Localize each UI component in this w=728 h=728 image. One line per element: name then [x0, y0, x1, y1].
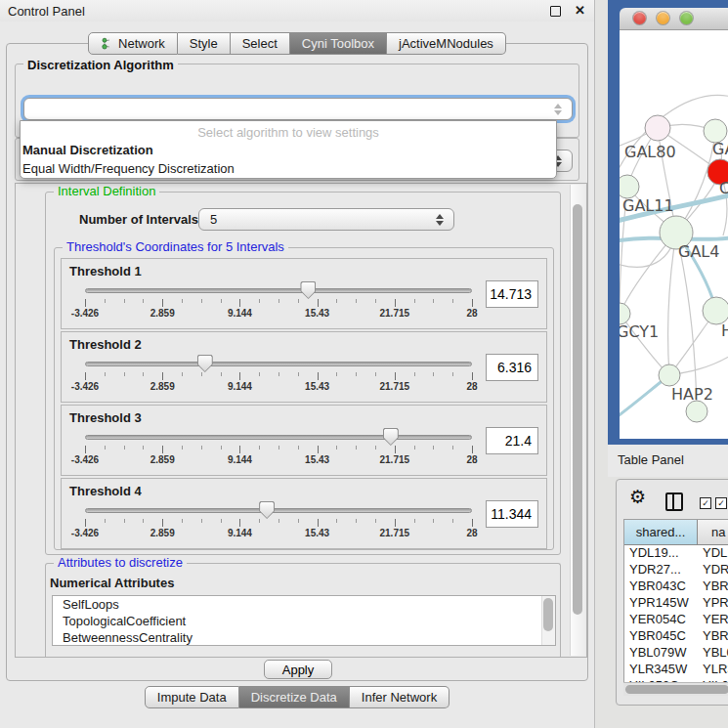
table-row[interactable]: YPR145WYPR1: [624, 595, 728, 612]
table-cell[interactable]: YLR3: [698, 662, 728, 678]
network-graph[interactable]: GAL80GACGAL11GAL4GCY1HHAP2: [620, 30, 728, 439]
slider-handle[interactable]: [259, 501, 275, 519]
algorithm-hint-item[interactable]: Select algorithm to view settings: [21, 121, 556, 142]
table-row[interactable]: YDL19...YDL1: [624, 545, 728, 562]
close-traffic-light-icon[interactable]: [633, 12, 646, 24]
apply-button[interactable]: Apply: [264, 660, 332, 679]
threshold-4-value-field[interactable]: [486, 500, 538, 528]
table-cell[interactable]: YDL1: [698, 545, 728, 562]
checkbox-icon[interactable]: ✓: [715, 497, 727, 509]
table-cell[interactable]: YBR045C: [624, 628, 698, 645]
table-cell[interactable]: YBL0: [698, 645, 728, 662]
close-icon[interactable]: ✕: [575, 3, 585, 18]
network-node[interactable]: [620, 175, 639, 198]
threshold-3-value-field[interactable]: [486, 427, 538, 454]
checkbox-icon[interactable]: ✓: [700, 497, 711, 509]
attribute-list-item[interactable]: TopologicalCoefficient: [53, 613, 555, 629]
network-node[interactable]: [659, 364, 680, 386]
tab-jactivemnodules[interactable]: jActiveMNodules: [387, 32, 506, 55]
slider-track[interactable]: [85, 508, 472, 513]
threshold-4-panel: Threshold 4 -3.4262.8599.14415.4321.7152…: [61, 478, 547, 549]
slider-handle[interactable]: [383, 428, 399, 446]
columns-icon[interactable]: [665, 492, 683, 511]
algorithm-option-manual[interactable]: Manual Discretization: [21, 142, 556, 160]
network-node[interactable]: [703, 297, 728, 324]
slider-track[interactable]: [85, 435, 472, 440]
table-row[interactable]: YER054CYER0: [624, 612, 728, 628]
table-cell[interactable]: YDR27...: [624, 562, 698, 578]
tab-infer-network[interactable]: Infer Network: [350, 686, 450, 708]
tick-mark: [182, 372, 183, 376]
network-node[interactable]: [686, 401, 707, 422]
table-cell[interactable]: YPR1: [698, 595, 728, 612]
table-cell[interactable]: YDL19...: [624, 545, 698, 562]
network-canvas[interactable]: GAL80GACGAL11GAL4GCY1HHAP2: [620, 30, 728, 439]
attribute-list-item[interactable]: SelfLoops: [53, 596, 555, 613]
table-panel-title: Table Panel: [618, 452, 684, 467]
tick-mark: [221, 372, 222, 376]
tab-discretize-data[interactable]: Discretize Data: [239, 686, 350, 708]
numerical-attributes-list[interactable]: SelfLoopsTopologicalCoefficientBetweenne…: [52, 595, 556, 646]
table-cell[interactable]: YER054C: [624, 612, 698, 628]
tab-cyni-toolbox-label: Cyni Toolbox: [302, 36, 374, 51]
tick-mark: [239, 299, 240, 307]
float-window-icon[interactable]: [550, 6, 561, 17]
tick-label: 15.43: [305, 454, 329, 465]
slider-handle[interactable]: [197, 355, 213, 372]
settings-scrollbar[interactable]: [570, 185, 585, 656]
threshold-2-slider[interactable]: -3.4262.8599.14415.4321.71528: [85, 354, 472, 399]
tick-mark: [433, 519, 434, 523]
slider-track[interactable]: [85, 362, 472, 366]
table-cell[interactable]: YBR0: [698, 578, 728, 595]
table-cell[interactable]: YLR345W: [624, 662, 698, 678]
control-panel-window: Control Panel ✕ Network Style Select Cyn…: [0, 0, 595, 728]
table-horizontal-scrollbar[interactable]: [623, 682, 728, 696]
attribute-list-item[interactable]: BetweennessCentrality: [53, 629, 555, 646]
table-row[interactable]: YDR27...YDR2: [624, 562, 728, 578]
tab-network[interactable]: Network: [88, 32, 178, 55]
slider-handle[interactable]: [300, 281, 316, 299]
num-intervals-combobox[interactable]: 5: [198, 208, 454, 231]
table-row[interactable]: YBL079WYBL0: [624, 645, 728, 662]
tab-cyni-toolbox[interactable]: Cyni Toolbox: [290, 32, 387, 55]
network-node[interactable]: [620, 303, 630, 324]
interval-definition-group: Interval Definition Number of Intervals …: [45, 192, 561, 555]
tab-style[interactable]: Style: [178, 32, 231, 55]
table-row[interactable]: YLR345WYLR3: [624, 662, 728, 678]
threshold-1-slider[interactable]: -3.4262.8599.14415.4321.71528: [85, 280, 472, 325]
column-header-name[interactable]: na: [698, 520, 728, 545]
network-edge[interactable]: [668, 233, 676, 375]
algorithm-combobox[interactable]: [23, 98, 573, 120]
list-scrollbar[interactable]: [541, 596, 555, 645]
tab-impute-data[interactable]: Impute Data: [145, 686, 239, 708]
slider-track[interactable]: [85, 288, 472, 293]
threshold-3-slider[interactable]: -3.4262.8599.14415.4321.71528: [85, 427, 472, 472]
threshold-1-value-field[interactable]: [486, 280, 538, 308]
network-node[interactable]: [645, 115, 670, 141]
gear-icon[interactable]: ⚙: [629, 486, 646, 507]
table-cell[interactable]: YER0: [698, 612, 728, 628]
settings-scrollpane: Interval Definition Number of Intervals …: [15, 183, 587, 658]
num-intervals-label: Number of Intervals: [79, 212, 198, 227]
list-scrollbar-thumb[interactable]: [543, 598, 553, 631]
table-cell[interactable]: YBR0: [698, 628, 728, 645]
tab-select[interactable]: Select: [231, 32, 290, 55]
tick-mark: [182, 299, 183, 303]
threshold-4-slider[interactable]: -3.4262.8599.14415.4321.71528: [85, 500, 472, 545]
table-cell[interactable]: YPR145W: [624, 595, 698, 612]
table-scrollbar-thumb[interactable]: [625, 685, 728, 694]
threshold-2-value-field[interactable]: [486, 354, 538, 381]
algorithm-option-equal-width[interactable]: Equal Width/Frequency Discretization: [21, 160, 556, 179]
minimize-traffic-light-icon[interactable]: [657, 12, 669, 24]
column-header-shared-name[interactable]: shared...: [624, 520, 698, 545]
table-row[interactable]: YBR045CYBR0: [624, 628, 728, 645]
settings-scrollbar-thumb[interactable]: [573, 204, 582, 615]
zoom-traffic-light-icon[interactable]: [680, 12, 693, 24]
table-cell[interactable]: YBL079W: [624, 645, 698, 662]
cyni-toolbox-panel: Discretization Algorithm Select algorith…: [6, 43, 588, 681]
tick-mark: [143, 446, 144, 450]
table-cell[interactable]: YDR2: [698, 562, 728, 578]
table-cell[interactable]: YBR043C: [624, 578, 698, 595]
network-window-titlebar[interactable]: [620, 8, 728, 30]
table-row[interactable]: YBR043CYBR0: [624, 578, 728, 595]
